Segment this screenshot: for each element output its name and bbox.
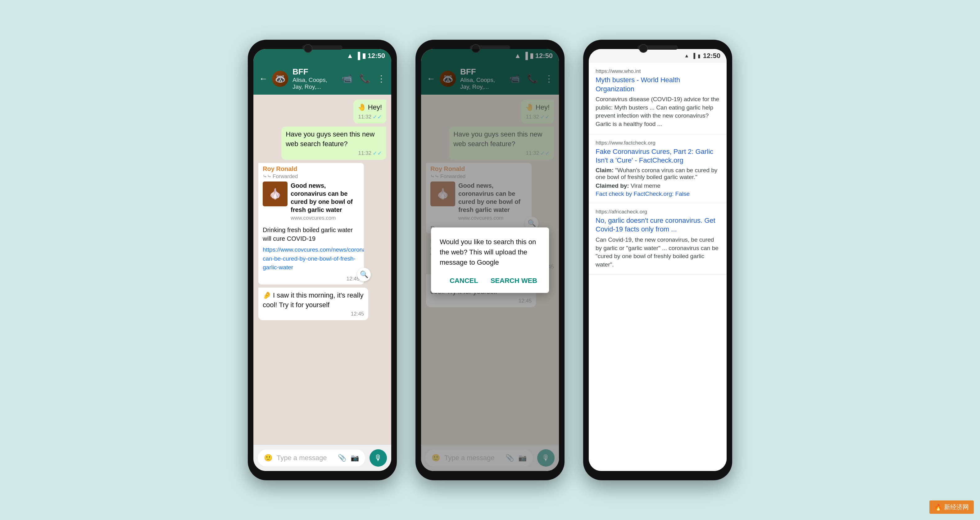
contact-info-1: BFF Alisa, Coops, Jay, Roy,... — [293, 67, 337, 90]
result-2-claimed-by: Claimed by: Viral meme — [596, 182, 720, 189]
message-saw-it-time: 12:45 — [263, 311, 364, 317]
attach-icon[interactable]: 📎 — [338, 454, 346, 462]
wifi-icon-3: ▲ — [684, 53, 689, 59]
result-3-snippet: Can Covid-19, the new coronavirus, be cu… — [596, 236, 720, 269]
forward-content: 🧄 Good news, coronavirus can be cured by… — [258, 181, 364, 224]
forward-url: www.covcures.com — [291, 215, 360, 221]
watermark-logo: 🔥 — [934, 504, 942, 511]
chat-header-1: ← 🦝 BFF Alisa, Coops, Jay, Roy,... 📹 📞 ⋮ — [253, 63, 391, 95]
forward-icon: ⤷⤷ — [263, 173, 271, 180]
chat-body-1: 🤚 Hey! 11:32 ✓✓ Have you guys seen this … — [253, 95, 391, 445]
search-results-body: https://www.who.int Myth busters - World… — [589, 63, 727, 471]
search-dialog: Would you like to search this on the web… — [431, 227, 549, 293]
watermark-text: 新经济网 — [944, 503, 969, 511]
phone-3: ▲ ▐ ▮ 12:50 https://www.who.int Myth bus… — [583, 40, 732, 480]
avatar-img-1: 🦝 — [272, 71, 288, 87]
message-seen-feature: Have you guys seen this new web search f… — [281, 127, 386, 160]
forwarded-message: Roy Ronald ⤷⤷ Forwarded 🧄 Good news, cor… — [258, 163, 364, 284]
result-2-claim: Claim: "Wuhan's corona virus can be cure… — [596, 167, 720, 181]
group-avatar-1: 🦝 — [272, 71, 288, 87]
signal-icon: ▐ — [355, 52, 360, 60]
video-call-icon[interactable]: 📹 — [342, 73, 352, 84]
signal-icon-3: ▐ — [692, 53, 695, 59]
mic-button-1[interactable]: 🎙 — [369, 449, 387, 467]
forward-sender: Roy Ronald — [258, 163, 364, 173]
message-saw-it-text: 🤌 I saw it this morning, it's really coo… — [263, 291, 364, 310]
search-web-button-1[interactable]: 🔍 — [357, 268, 371, 281]
cancel-button[interactable]: CANCEL — [447, 275, 481, 287]
result-3-title[interactable]: No, garlic doesn't cure coronavirus. Get… — [596, 216, 720, 234]
more-options-icon[interactable]: ⋮ — [377, 73, 386, 84]
header-actions-1: 📹 📞 ⋮ — [342, 73, 386, 84]
watermark: 🔥 新经济网 — [929, 501, 974, 514]
status-icons-1: ▲ ▐ ▮ 12:50 — [347, 52, 385, 60]
status-time-3: 12:50 — [703, 52, 721, 60]
result-1-title[interactable]: Myth busters - World Health Organization — [596, 76, 720, 94]
chat-input-bar-1: 🙂 Type a message 📎 📷 🎙 — [253, 445, 391, 471]
dialog-overlay: Would you like to search this on the web… — [421, 49, 559, 471]
contact-name-1: BFF — [293, 67, 337, 77]
forward-thumb: 🧄 — [263, 181, 288, 206]
battery-icon-3: ▮ — [698, 53, 700, 59]
message-seen-feature-text: Have you guys seen this new web search f… — [286, 130, 382, 149]
status-bar-3: ▲ ▐ ▮ 12:50 — [589, 49, 727, 63]
search-result-3: https://africacheck.org No, garlic doesn… — [589, 203, 727, 275]
message-placeholder-1: Type a message — [277, 454, 334, 462]
result-2-url: https://www.factcheck.org — [596, 140, 720, 146]
message-hey-text: 🤚 Hey! — [358, 103, 382, 112]
phone-call-icon[interactable]: 📞 — [359, 73, 370, 84]
result-2-title[interactable]: Fake Coronavirus Cures, Part 2: Garlic I… — [596, 147, 720, 165]
tick-icon: ✓✓ — [372, 114, 382, 120]
result-1-url: https://www.who.int — [596, 68, 720, 75]
forward-link[interactable]: https://www.covcures.com/news/coronaviru… — [258, 246, 364, 274]
message-saw-it: 🤌 I saw it this morning, it's really coo… — [258, 288, 368, 320]
camera-icon[interactable]: 📷 — [351, 454, 359, 462]
result-1-snippet: Coronavirus disease (COVID-19) advice fo… — [596, 95, 720, 128]
phone-2-screen: ▲ ▐ ▮ 12:50 ← 🦝 BFF Alisa, Coops, Jay, R… — [421, 49, 559, 471]
battery-icon: ▮ — [362, 52, 366, 60]
forward-desc: Drinking fresh boiled garlic water will … — [258, 224, 364, 246]
forward-time: 12:45 — [258, 276, 364, 284]
forward-card: Roy Ronald ⤷⤷ Forwarded 🧄 Good news, cor… — [258, 163, 364, 284]
wifi-icon: ▲ — [347, 52, 353, 60]
contact-members-1: Alisa, Coops, Jay, Roy,... — [293, 77, 337, 90]
phone-2: ▲ ▐ ▮ 12:50 ← 🦝 BFF Alisa, Coops, Jay, R… — [415, 40, 565, 480]
forward-text-block: Good news, coronavirus can be cured by o… — [291, 181, 360, 221]
phone-3-screen: ▲ ▐ ▮ 12:50 https://www.who.int Myth bus… — [589, 49, 727, 471]
emoji-icon[interactable]: 🙂 — [264, 454, 272, 462]
message-input-1[interactable]: 🙂 Type a message 📎 📷 — [258, 450, 365, 466]
dialog-text: Would you like to search this on the web… — [440, 237, 540, 268]
phone-1: ▲ ▐ ▮ 12:50 ← 🦝 BFF Alisa, Coops, Jay, R… — [248, 40, 397, 480]
message-hey: 🤚 Hey! 11:32 ✓✓ — [353, 100, 386, 124]
message-seen-feature-time: 11:32 ✓✓ — [286, 150, 382, 157]
result-3-url: https://africacheck.org — [596, 209, 720, 215]
status-time-1: 12:50 — [368, 52, 385, 60]
search-web-confirm-button[interactable]: SEARCH WEB — [487, 275, 540, 287]
back-button-1[interactable]: ← — [259, 74, 268, 84]
search-result-2: https://www.factcheck.org Fake Coronavir… — [589, 134, 727, 203]
forward-title: Good news, coronavirus can be cured by o… — [291, 181, 360, 214]
status-bar-1: ▲ ▐ ▮ 12:50 — [253, 49, 391, 63]
result-2-factcheck: Fact check by FactCheck.org: False — [596, 190, 720, 197]
search-result-1: https://www.who.int Myth busters - World… — [589, 63, 727, 134]
tick-icon-2: ✓✓ — [372, 150, 382, 157]
forward-label: ⤷⤷ Forwarded — [258, 173, 364, 181]
message-hey-time: 11:32 ✓✓ — [358, 114, 382, 120]
phone-1-screen: ▲ ▐ ▮ 12:50 ← 🦝 BFF Alisa, Coops, Jay, R… — [253, 49, 391, 471]
dialog-actions: CANCEL SEARCH WEB — [440, 275, 540, 287]
